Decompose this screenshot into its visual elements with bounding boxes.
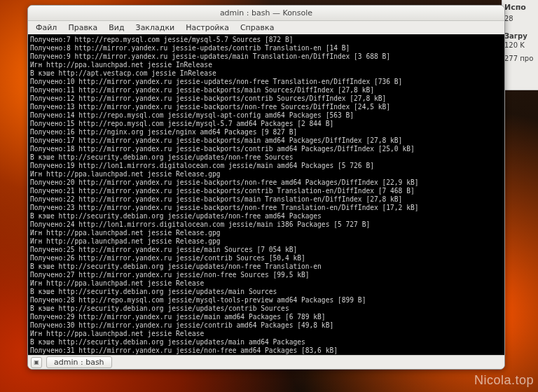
terminal-line: В кэше http://security.debian.org jessie… [30,153,502,162]
terminal-line: Получено:8 http://mirror.yandex.ru jessi… [30,44,502,52]
window-titlebar[interactable]: admin : bash — Konsole [28,6,504,21]
status-bar: ▣ admin : bash [28,355,504,369]
terminal-line: В кэше http://security.debian.org jessie… [30,212,502,220]
terminal-line: Получено:28 http://repo.mysql.com jessie… [30,296,502,304]
terminal-line: Игн http://ppa.launchpad.net jessie Rele… [30,279,502,288]
terminal-line: Получено:14 http://repo.mysql.com jessie… [30,111,502,120]
watermark-text: Nicola.top [474,373,534,388]
side-value-2: 120 K [504,41,536,49]
terminal-line: В кэше http://security.debian.org jessie… [30,338,502,346]
side-header: Испо [504,3,536,12]
terminal-line: Получено:29 http://mirror.yandex.ru jess… [30,313,502,321]
terminal-line: Получено:24 http://lon1.mirrors.digitalo… [30,220,502,229]
menu-help[interactable]: Справка [235,22,279,34]
new-tab-button[interactable]: ▣ [31,357,42,368]
terminal-line: Получено:18 http://mirror.yandex.ru jess… [30,145,502,153]
terminal-line: Получено:15 http://repo.mysql.com jessie… [30,120,502,128]
menu-bookmarks[interactable]: Закладки [131,22,180,34]
terminal-line: Получено:22 http://mirror.yandex.ru jess… [30,195,502,204]
terminal-line: В кэше http://security.debian.org jessie… [30,288,502,296]
terminal-line: Получено:10 http://mirror.yandex.ru jess… [30,78,502,86]
window-title: admin : bash — Konsole [220,8,312,18]
terminal-line: Получено:17 http://mirror.yandex.ru jess… [30,136,502,145]
terminal-line: В кэше http://security.debian.org jessie… [30,304,502,313]
terminal-line: Получено:13 http://mirror.yandex.ru jess… [30,103,502,111]
terminal-line: Игн http://ppa.launchpad.net jessie Rele… [30,237,502,246]
new-tab-icon: ▣ [34,359,39,365]
menu-file[interactable]: Файл [31,22,62,34]
terminal-line: Получено:30 http://mirror.yandex.ru jess… [30,321,502,330]
side-value-1: 28 [504,15,536,22]
menubar: Файл Правка Вид Закладки Настройка Справ… [28,21,504,34]
terminal-line: Получено:26 http://mirror.yandex.ru jess… [30,254,502,262]
terminal-line: Получено:7 http://repo.mysql.com jessie/… [30,36,502,44]
side-value-3: 277 про [504,55,536,62]
terminal-line: Игн http://ppa.launchpad.net jessie Rele… [30,330,502,338]
terminal-line: Игн http://ppa.launchpad.net jessie Rele… [30,170,502,178]
terminal-line: В кэше http://security.debian.org jessie… [30,262,502,271]
terminal-line: Получено:25 http://mirror.yandex.ru jess… [30,246,502,254]
terminal-line: Получено:20 http://mirror.yandex.ru jess… [30,178,502,187]
menu-settings[interactable]: Настройка [181,22,234,34]
terminal-output[interactable]: Получено:7 http://repo.mysql.com jessie/… [28,34,504,355]
terminal-line: Получено:19 http://lon1.mirrors.digitalo… [30,162,502,170]
terminal-line: Получено:16 http://nginx.org jessie/ngin… [30,128,502,136]
terminal-line: В кэше http://apt.vestacp.com jessie InR… [30,69,502,78]
side-label-2: Загру [504,32,536,40]
terminal-line: Игн http://ppa.launchpad.net jessie InRe… [30,61,502,69]
terminal-line: Получено:9 http://mirror.yandex.ru jessi… [30,52,502,61]
terminal-line: Получено:31 http://mirror.yandex.ru jess… [30,346,502,355]
menu-view[interactable]: Вид [104,22,129,34]
terminal-line: Получено:27 http://mirror.yandex.ru jess… [30,271,502,279]
terminal-line: Игн http://ppa.launchpad.net jessie Rele… [30,229,502,237]
tab-current[interactable]: admin : bash [46,356,112,368]
system-monitor-panel: Испо 28 Загру 120 K 277 про [502,0,538,90]
terminal-line: Получено:23 http://mirror.yandex.ru jess… [30,204,502,212]
menu-edit[interactable]: Правка [63,22,102,34]
terminal-line: Получено:21 http://mirror.yandex.ru jess… [30,187,502,195]
terminal-line: Получено:12 http://mirror.yandex.ru jess… [30,94,502,103]
terminal-line: Получено:11 http://mirror.yandex.ru jess… [30,86,502,94]
desktop-background: Испо 28 Загру 120 K 277 про admin : bash… [0,0,538,392]
konsole-window: admin : bash — Konsole Файл Правка Вид З… [27,5,505,370]
